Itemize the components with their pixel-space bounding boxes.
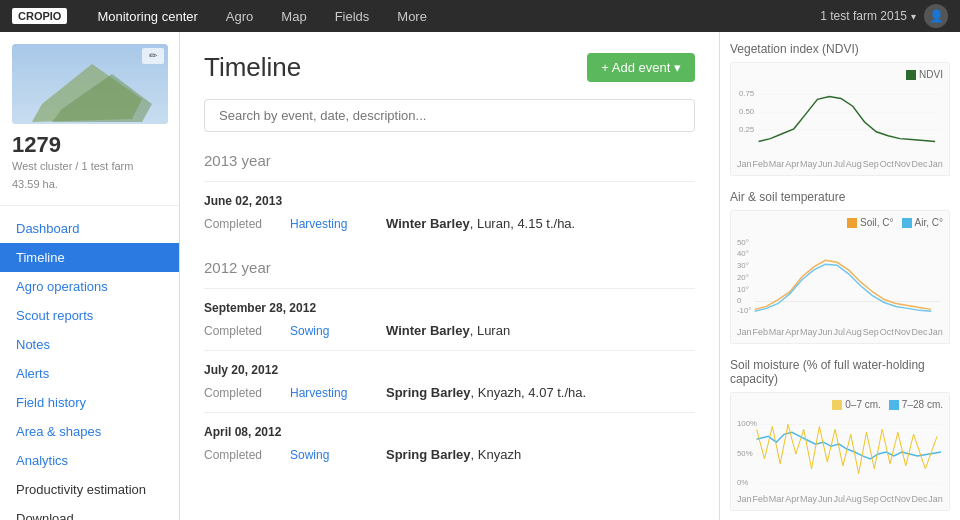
deep-legend-label: 7–28 cm. [902, 399, 943, 410]
shallow-legend-label: 0–7 cm. [845, 399, 881, 410]
temp-legend: Soil, C° Air, C° [737, 217, 943, 228]
ndvi-legend-label: NDVI [919, 69, 943, 80]
event-2013-1: June 02, 2013 Completed Harvesting Winte… [204, 181, 695, 243]
moisture-legend: 0–7 cm. 7–28 cm. [737, 399, 943, 410]
sidebar-item-download[interactable]: Download [0, 504, 179, 520]
air-legend-label: Air, C° [915, 217, 943, 228]
ndvi-legend-item: NDVI [906, 69, 943, 80]
sidebar-item-dashboard[interactable]: Dashboard [0, 214, 179, 243]
ndvi-legend-color [906, 70, 916, 80]
event-2012-2: July 20, 2012 Completed Harvesting Sprin… [204, 350, 695, 412]
add-event-button[interactable]: + Add event ▾ [587, 53, 695, 82]
event-description: Winter Barley, Luran, 4.15 t./ha. [386, 216, 575, 231]
nav-map[interactable]: Map [267, 0, 320, 32]
field-thumbnail: ✏ [12, 44, 168, 124]
ndvi-title: Vegetation index (NDVI) [730, 42, 950, 56]
svg-text:0.25: 0.25 [739, 125, 755, 134]
event-row: Completed Harvesting Spring Barley, Knya… [204, 385, 695, 400]
temperature-widget: Air & soil temperature Soil, C° Air, C° … [730, 190, 950, 344]
year-section-2013: 2013 year June 02, 2013 Completed Harves… [204, 152, 695, 243]
event-date: September 28, 2012 [204, 301, 695, 315]
svg-text:✏: ✏ [149, 50, 158, 61]
deep-legend-color [889, 400, 899, 410]
moisture-title: Soil moisture (% of full water-holding c… [730, 358, 950, 386]
svg-text:50%: 50% [737, 449, 753, 458]
year-label-2013: 2013 year [204, 152, 695, 169]
sidebar-item-alerts[interactable]: Alerts [0, 359, 179, 388]
event-type[interactable]: Sowing [290, 448, 370, 462]
temperature-title: Air & soil temperature [730, 190, 950, 204]
event-type[interactable]: Harvesting [290, 386, 370, 400]
farm-selector[interactable]: 1 test farm 2015 ▾ [820, 9, 916, 23]
search-input[interactable] [204, 99, 695, 132]
ndvi-chart: NDVI 0.75 0.50 0.25 JanFebMarAprMayJ [730, 62, 950, 176]
field-card: ✏ 1279 West cluster / 1 test farm 43.59 … [0, 32, 179, 206]
temperature-chart-svg: 50° 40° 30° 20° 10° 0 -10° [737, 232, 943, 322]
event-type[interactable]: Harvesting [290, 217, 370, 231]
event-date: June 02, 2013 [204, 194, 695, 208]
event-2012-3: April 08, 2012 Completed Sowing Spring B… [204, 412, 695, 474]
moisture-widget: Soil moisture (% of full water-holding c… [730, 358, 950, 511]
logo: CROPIO [12, 8, 67, 24]
event-type[interactable]: Sowing [290, 324, 370, 338]
svg-text:50°: 50° [737, 238, 749, 247]
top-nav: CROPIO Monitoring center Agro Map Fields… [0, 0, 960, 32]
soil-legend-item: Soil, C° [847, 217, 893, 228]
event-description: Spring Barley, Knyazh [386, 447, 521, 462]
sidebar-item-agro-operations[interactable]: Agro operations [0, 272, 179, 301]
nav-right: 1 test farm 2015 ▾ 👤 [820, 4, 948, 28]
deep-legend-item: 7–28 cm. [889, 399, 943, 410]
svg-text:-10°: -10° [737, 306, 751, 315]
sidebar-item-area-shapes[interactable]: Area & shapes [0, 417, 179, 446]
svg-text:0.75: 0.75 [739, 89, 755, 98]
event-status: Completed [204, 386, 274, 400]
shallow-legend-color [832, 400, 842, 410]
moisture-chart: 0–7 cm. 7–28 cm. 100% 50% 0% [730, 392, 950, 511]
air-legend-color [902, 218, 912, 228]
right-panel: Vegetation index (NDVI) NDVI 0.75 0.50 0… [720, 32, 960, 520]
farm-chevron-icon: ▾ [911, 11, 916, 22]
user-avatar[interactable]: 👤 [924, 4, 948, 28]
moisture-chart-svg: 100% 50% 0% [737, 414, 943, 489]
farm-name: 1 test farm 2015 [820, 9, 907, 23]
timeline-header: Timeline + Add event ▾ [204, 52, 695, 83]
soil-legend-color [847, 218, 857, 228]
nav-more[interactable]: More [383, 0, 441, 32]
air-legend-item: Air, C° [902, 217, 943, 228]
left-sidebar: ✏ 1279 West cluster / 1 test farm 43.59 … [0, 32, 180, 520]
ndvi-legend: NDVI [737, 69, 943, 80]
sidebar-item-analytics[interactable]: Analytics [0, 446, 179, 475]
field-id: 1279 [12, 132, 167, 158]
sidebar-item-notes[interactable]: Notes [0, 330, 179, 359]
nav-links: Monitoring center Agro Map Fields More [83, 0, 820, 32]
svg-text:40°: 40° [737, 249, 749, 258]
event-row: Completed Sowing Spring Barley, Knyazh [204, 447, 695, 462]
sidebar-nav: Dashboard Timeline Agro operations Scout… [0, 206, 179, 520]
event-description: Winter Barley, Luran [386, 323, 510, 338]
sidebar-item-timeline[interactable]: Timeline [0, 243, 179, 272]
svg-text:0.50: 0.50 [739, 107, 755, 116]
svg-text:10°: 10° [737, 285, 749, 294]
nav-fields[interactable]: Fields [321, 0, 384, 32]
main-layout: ✏ 1279 West cluster / 1 test farm 43.59 … [0, 32, 960, 520]
ndvi-axis-labels: JanFebMarAprMayJunJulAugSepOctNovDecJan [737, 159, 943, 169]
nav-agro[interactable]: Agro [212, 0, 267, 32]
event-description: Spring Barley, Knyazh, 4.07 t./ha. [386, 385, 586, 400]
event-row: Completed Harvesting Winter Barley, Lura… [204, 216, 695, 231]
svg-text:0: 0 [737, 296, 742, 305]
event-date: April 08, 2012 [204, 425, 695, 439]
event-status: Completed [204, 324, 274, 338]
svg-text:20°: 20° [737, 273, 749, 282]
nav-monitoring-center[interactable]: Monitoring center [83, 0, 211, 32]
event-status: Completed [204, 448, 274, 462]
event-2012-1: September 28, 2012 Completed Sowing Wint… [204, 288, 695, 350]
shallow-legend-item: 0–7 cm. [832, 399, 881, 410]
ndvi-widget: Vegetation index (NDVI) NDVI 0.75 0.50 0… [730, 42, 950, 176]
sidebar-item-scout-reports[interactable]: Scout reports [0, 301, 179, 330]
event-row: Completed Sowing Winter Barley, Luran [204, 323, 695, 338]
sidebar-item-productivity[interactable]: Productivity estimation [0, 475, 179, 504]
sidebar-item-field-history[interactable]: Field history [0, 388, 179, 417]
ndvi-chart-svg: 0.75 0.50 0.25 [737, 84, 943, 154]
svg-text:100%: 100% [737, 419, 757, 428]
soil-legend-label: Soil, C° [860, 217, 893, 228]
